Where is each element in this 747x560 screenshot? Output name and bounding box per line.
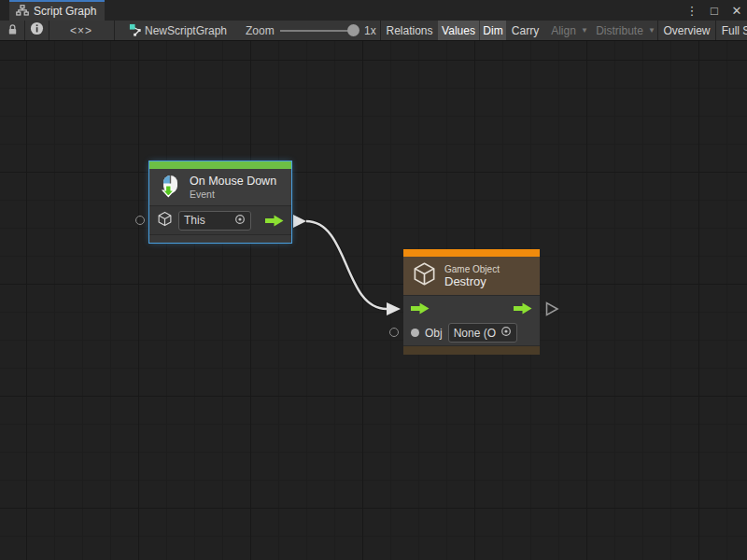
- flow-output-port[interactable]: [265, 215, 284, 227]
- node-body: Obj None (O: [403, 295, 540, 345]
- connection-wire: [0, 41, 747, 560]
- graph-canvas[interactable]: On Mouse Down Event This: [0, 41, 747, 560]
- values-button[interactable]: Values: [438, 21, 479, 40]
- fullscreen-button[interactable]: Full S: [717, 21, 747, 40]
- obj-value: None (O: [454, 327, 496, 340]
- node-body: This: [149, 205, 291, 234]
- align-dropdown[interactable]: Align: [547, 21, 592, 40]
- info-icon: [30, 21, 44, 39]
- code-icon: <×>: [70, 24, 92, 37]
- object-picker-icon[interactable]: [234, 214, 246, 228]
- toolbar-separator: [380, 21, 381, 40]
- node-header: On Mouse Down Event: [149, 169, 291, 205]
- node-header: Game Object Destroy: [403, 257, 540, 295]
- node-title: Destroy: [444, 274, 500, 288]
- obj-port-label: Obj: [425, 327, 443, 340]
- object-picker-icon[interactable]: [500, 326, 512, 340]
- obj-value-field[interactable]: None (O: [448, 323, 517, 343]
- overview-button[interactable]: Overview: [659, 21, 714, 40]
- dim-button[interactable]: Dim: [480, 21, 506, 40]
- zoom-slider-handle[interactable]: [347, 24, 359, 36]
- node-subtitle: Event: [190, 189, 276, 200]
- chevron-down-icon: [648, 26, 655, 35]
- flow-input-port[interactable]: [411, 302, 430, 315]
- graph-toolbar: <×> NewScriptGraph Zoom 1x Relations Val…: [0, 21, 747, 41]
- node-title: On Mouse Down: [190, 175, 276, 188]
- zoom-label: Zoom: [246, 21, 275, 40]
- node-footer: [149, 234, 291, 243]
- destroy-accent-bar: [403, 249, 540, 257]
- hierarchy-icon: [16, 3, 29, 20]
- lock-icon: [7, 22, 19, 39]
- graph-name-label[interactable]: NewScriptGraph: [145, 21, 227, 40]
- target-value: This: [184, 214, 205, 227]
- node-destroy[interactable]: Game Object Destroy Obj: [403, 249, 540, 355]
- value-input-port[interactable]: [389, 328, 399, 337]
- wire-end-arrow-icon: [387, 302, 401, 315]
- maximize-icon[interactable]: □: [706, 2, 723, 19]
- distribute-dropdown[interactable]: Distribute: [595, 21, 656, 40]
- chevron-down-icon: [581, 26, 588, 35]
- carry-button[interactable]: Carry: [507, 21, 543, 40]
- distribute-label: Distribute: [596, 24, 643, 37]
- relations-button[interactable]: Relations: [382, 21, 437, 40]
- node-footer: [403, 345, 540, 355]
- zoom-value: 1x: [364, 21, 376, 40]
- script-graph-asset-icon: [127, 21, 144, 40]
- game-object-icon: [157, 211, 173, 231]
- close-icon[interactable]: ✕: [728, 2, 745, 19]
- tab-title: Script Graph: [34, 5, 96, 18]
- flow-output-port[interactable]: [514, 302, 532, 315]
- window-menu-icon[interactable]: ⋮: [684, 2, 700, 19]
- node-category: Game Object: [444, 264, 500, 274]
- toolbar-separator: [114, 21, 115, 40]
- code-preview-button[interactable]: <×>: [49, 21, 113, 40]
- event-accent-bar: [149, 161, 291, 169]
- obj-port-dot[interactable]: [411, 329, 419, 337]
- toolbar-separator: [715, 21, 716, 40]
- tab-script-graph[interactable]: Script Graph: [9, 0, 105, 21]
- game-object-icon: [412, 261, 437, 290]
- window-titlebar: Script Graph ⋮ □ ✕: [0, 0, 747, 21]
- lock-button[interactable]: [0, 21, 24, 40]
- mouse-down-icon: [158, 174, 182, 202]
- toolbar-separator: [657, 21, 658, 40]
- align-label: Align: [551, 24, 576, 37]
- node-on-mouse-down[interactable]: On Mouse Down Event This: [149, 161, 291, 243]
- target-value-field[interactable]: This: [178, 211, 251, 231]
- wire-start-arrow-icon: [293, 215, 306, 228]
- info-button[interactable]: [25, 21, 49, 40]
- value-input-port[interactable]: [135, 216, 145, 225]
- flow-continue-arrow-icon: [545, 301, 559, 320]
